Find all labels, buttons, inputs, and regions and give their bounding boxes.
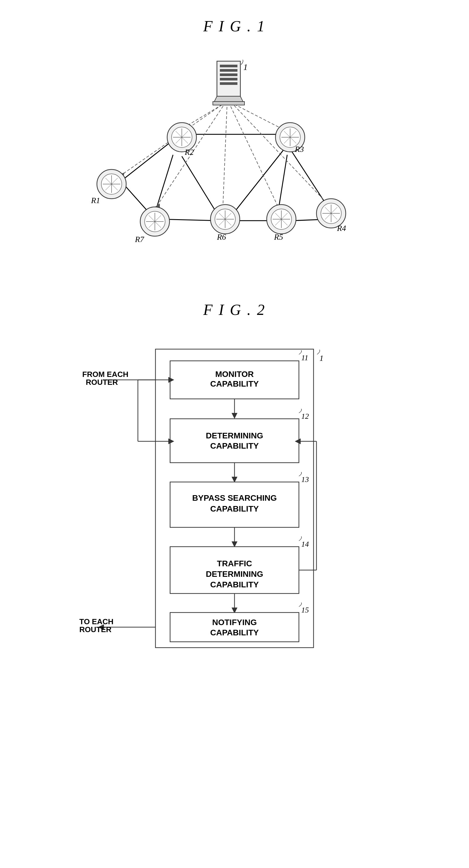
svg-line-23 [231, 102, 330, 206]
svg-text:TRAFFIC: TRAFFIC [217, 559, 252, 568]
svg-text:TO EACH: TO EACH [79, 617, 114, 626]
fig1-diagram: 1 R2 R3 R1 [74, 43, 395, 284]
svg-text:ROUTER: ROUTER [79, 625, 112, 634]
svg-text:NOTIFYING: NOTIFYING [212, 618, 257, 627]
svg-text:CAPABILITY: CAPABILITY [210, 504, 259, 513]
svg-line-8 [279, 155, 287, 210]
svg-text:15: 15 [301, 606, 309, 614]
svg-text:R4: R4 [337, 224, 346, 232]
svg-text:CAPABILITY: CAPABILITY [210, 441, 259, 451]
svg-line-19 [229, 102, 279, 208]
svg-line-4 [121, 140, 173, 181]
svg-text:ROUTER: ROUTER [86, 378, 118, 386]
svg-text:R7: R7 [135, 235, 144, 244]
svg-text:MONITOR: MONITOR [215, 370, 254, 379]
svg-text:1: 1 [319, 353, 323, 363]
svg-rect-91 [170, 419, 299, 463]
page: F I G . 1 [0, 0, 469, 868]
svg-text:R6: R6 [217, 232, 226, 242]
svg-text:12: 12 [301, 412, 309, 421]
svg-rect-28 [220, 73, 237, 76]
svg-text:CAPABILITY: CAPABILITY [210, 379, 259, 389]
svg-text:FROM EACH: FROM EACH [82, 370, 128, 379]
svg-rect-27 [220, 69, 237, 72]
svg-text:R5: R5 [274, 232, 283, 242]
fig2-diagram: 1 MONITOR CAPABILITY 11 DETERMINING CAPA… [74, 330, 395, 681]
svg-line-21 [230, 102, 284, 130]
svg-text:13: 13 [301, 475, 309, 484]
svg-text:R3: R3 [294, 145, 304, 154]
svg-text:R2: R2 [184, 148, 194, 157]
fig1-title: F I G . 1 [0, 0, 469, 35]
svg-line-10 [235, 149, 284, 212]
svg-text:CAPABILITY: CAPABILITY [210, 580, 259, 589]
svg-rect-110 [170, 613, 299, 642]
svg-text:DETERMINING: DETERMINING [206, 431, 263, 440]
svg-text:1: 1 [243, 62, 248, 72]
svg-rect-29 [220, 78, 237, 81]
svg-text:14: 14 [301, 540, 309, 549]
svg-rect-30 [220, 82, 237, 85]
svg-text:BYPASS SEARCHING: BYPASS SEARCHING [192, 493, 277, 502]
svg-rect-32 [213, 101, 244, 105]
svg-text:DETERMINING: DETERMINING [206, 569, 263, 579]
svg-text:CAPABILITY: CAPABILITY [210, 628, 259, 637]
svg-line-17 [223, 102, 227, 209]
svg-line-6 [182, 156, 217, 213]
svg-rect-26 [220, 65, 237, 67]
svg-text:R1: R1 [91, 196, 100, 205]
fig2-title: F I G . 2 [0, 284, 469, 318]
svg-text:11: 11 [301, 353, 308, 362]
